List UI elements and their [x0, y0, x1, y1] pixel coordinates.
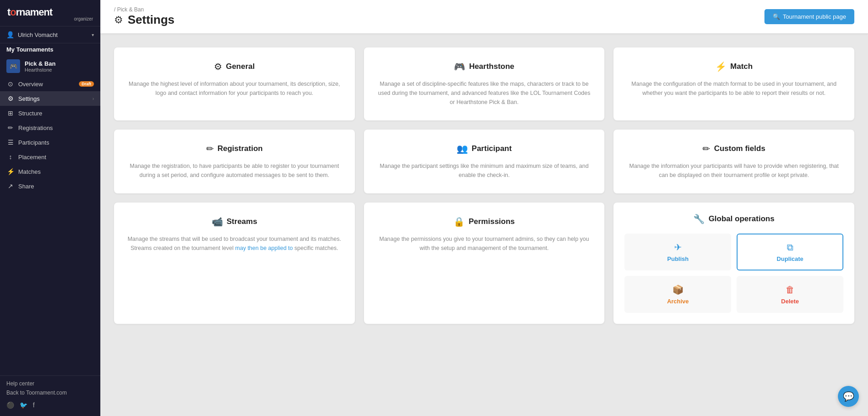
card-permissions[interactable]: 🔒 Permissions Manage the permissions you… [364, 203, 605, 324]
registration-title: Registration [218, 144, 263, 153]
delete-icon: 🗑 [785, 285, 795, 295]
delete-label: Delete [781, 298, 799, 305]
card-hearthstone[interactable]: 🎮 Hearthstone Manage a set of discipline… [364, 47, 605, 120]
help-center-link[interactable]: Help center [6, 380, 94, 387]
nav-label-settings: Settings [18, 95, 89, 102]
sidebar-logo: tornament organizer [0, 0, 100, 26]
hearthstone-icon: 🎮 [454, 61, 465, 72]
registrations-icon: ✏ [6, 124, 15, 131]
global-ops-header: 🔧 Global operations [624, 213, 843, 224]
main-content: / Pick & Ban ⚙ Settings 🔍 Tournament pub… [100, 0, 868, 416]
settings-icon: ⚙ [6, 95, 15, 102]
archive-button[interactable]: 📦 Archive [624, 276, 731, 313]
card-general[interactable]: ⚙ General Manage the highest level of in… [114, 47, 355, 120]
card-participant[interactable]: 👥 Participant Manage the participant set… [364, 130, 605, 193]
nav-label-placement: Placement [18, 154, 94, 161]
sidebar-item-overview[interactable]: ⊙ Overview Draft [0, 77, 100, 91]
sidebar-item-participants[interactable]: ☰ Participants [0, 135, 100, 150]
general-title: General [226, 62, 255, 71]
card-match-header: ⚡ Match [624, 61, 843, 72]
delete-button[interactable]: 🗑 Delete [737, 276, 843, 313]
sidebar-user[interactable]: 👤 Ulrich Vomacht ▾ [0, 26, 100, 43]
card-streams-header: 📹 Streams [125, 216, 344, 227]
registration-icon: ✏ [206, 143, 214, 154]
sidebar-item-registrations[interactable]: ✏ Registrations [0, 120, 100, 135]
page-title: Settings [128, 13, 175, 27]
publish-button[interactable]: ✈ Publish [624, 234, 731, 270]
sidebar-item-matches[interactable]: ⚡ Matches [0, 164, 100, 179]
permissions-icon: 🔒 [453, 216, 465, 227]
permissions-title: Permissions [468, 217, 515, 226]
card-streams[interactable]: 📹 Streams Manage the streams that will b… [114, 203, 355, 324]
publish-icon: ✈ [674, 242, 682, 253]
global-ops-title: Global operations [708, 214, 774, 224]
custom-fields-icon: ✏ [702, 143, 710, 154]
match-title: Match [730, 62, 753, 71]
cards-grid: ⚙ General Manage the highest level of in… [100, 34, 868, 338]
tournament-name: Pick & Ban [25, 60, 56, 67]
chat-bubble[interactable]: 💬 [838, 386, 859, 407]
nav-label-registrations: Registrations [18, 125, 94, 131]
sidebar-footer: Help center Back to Toornament.com ⚫ 🐦 f [0, 375, 100, 416]
share-icon: ↗ [6, 182, 15, 190]
settings-chevron-icon: › [93, 96, 94, 101]
sidebar-user-name: Ulrich Vomacht [18, 31, 88, 38]
registration-desc: Manage the registration, to have partici… [125, 161, 344, 180]
nav-label-share: Share [18, 183, 94, 190]
structure-icon: ⊞ [6, 109, 15, 117]
overview-icon: ⊙ [6, 80, 15, 88]
general-icon: ⚙ [214, 61, 222, 72]
breadcrumb: / Pick & Ban [114, 6, 175, 13]
publish-label: Publish [667, 255, 689, 262]
streams-icon: 📹 [212, 216, 223, 227]
card-hearthstone-header: 🎮 Hearthstone [375, 61, 594, 72]
participant-title: Participant [472, 144, 512, 153]
page-title-wrap: ⚙ Settings [114, 13, 175, 27]
sidebar-item-structure[interactable]: ⊞ Structure [0, 106, 100, 120]
nav-label-structure: Structure [18, 110, 94, 117]
streams-title: Streams [227, 217, 257, 226]
duplicate-button[interactable]: ⧉ Duplicate [737, 234, 843, 270]
tournament-public-page-button[interactable]: 🔍 Tournament public page [764, 9, 854, 24]
breadcrumb-wrap: / Pick & Ban ⚙ Settings [114, 6, 175, 27]
tournament-game: Hearthstone [25, 67, 56, 73]
hearthstone-desc: Manage a set of discipline-specific feat… [375, 79, 594, 107]
sidebar-item-placement[interactable]: ↕ Placement [0, 150, 100, 164]
twitter-icon[interactable]: 🐦 [20, 401, 27, 409]
discord-icon[interactable]: ⚫ [6, 401, 14, 409]
card-custom-fields[interactable]: ✏ Custom fields Manage the information y… [613, 130, 854, 193]
sidebar-item-share[interactable]: ↗ Share [0, 179, 100, 193]
sidebar-item-settings[interactable]: ⚙ Settings › [0, 91, 100, 106]
user-icon: 👤 [6, 31, 14, 38]
participant-icon: 👥 [457, 143, 468, 154]
tournament-icon: 🎮 [6, 59, 20, 73]
settings-gear-icon: ⚙ [114, 14, 123, 26]
nav-label-overview: Overview [18, 81, 75, 88]
match-icon: ⚡ [715, 61, 727, 72]
header-left: / Pick & Ban ⚙ Settings [114, 6, 175, 27]
chat-icon: 💬 [843, 391, 854, 402]
archive-icon: 📦 [672, 284, 684, 295]
card-match[interactable]: ⚡ Match Manage the configuration of the … [613, 47, 854, 120]
permissions-desc: Manage the permissions you give to your … [375, 234, 594, 253]
participant-desc: Manage the participant settings like the… [375, 161, 594, 180]
draft-badge: Draft [79, 81, 94, 87]
global-ops-icon: 🔧 [693, 213, 705, 224]
sidebar: tornament organizer 👤 Ulrich Vomacht ▾ M… [0, 0, 100, 416]
tournament-info: Pick & Ban Hearthstone [25, 60, 56, 73]
header: / Pick & Ban ⚙ Settings 🔍 Tournament pub… [100, 0, 868, 34]
search-icon: 🔍 [773, 13, 780, 20]
card-registration-header: ✏ Registration [125, 143, 344, 154]
ops-grid: ✈ Publish ⧉ Duplicate 📦 Archive 🗑 Delete [624, 234, 843, 313]
card-participant-header: 👥 Participant [375, 143, 594, 154]
card-permissions-header: 🔒 Permissions [375, 216, 594, 227]
card-registration[interactable]: ✏ Registration Manage the registration, … [114, 130, 355, 193]
sidebar-item-my-tournaments[interactable]: My Tournaments [0, 43, 100, 56]
custom-fields-title: Custom fields [714, 144, 765, 153]
matches-icon: ⚡ [6, 168, 15, 175]
tournament-item[interactable]: 🎮 Pick & Ban Hearthstone [0, 56, 100, 77]
back-to-toornament-link[interactable]: Back to Toornament.com [6, 390, 94, 396]
duplicate-label: Duplicate [777, 255, 804, 262]
custom-fields-desc: Manage the information your participants… [624, 161, 843, 180]
facebook-icon[interactable]: f [33, 401, 35, 409]
